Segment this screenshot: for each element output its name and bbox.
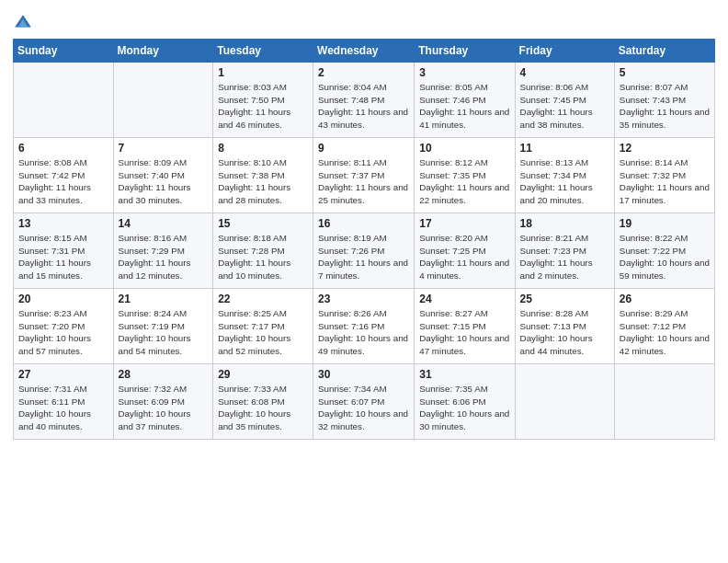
day-cell: 18Sunrise: 8:21 AM Sunset: 7:23 PM Dayli… bbox=[515, 213, 614, 289]
day-cell: 22Sunrise: 8:25 AM Sunset: 7:17 PM Dayli… bbox=[213, 289, 313, 364]
day-info: Sunrise: 8:27 AM Sunset: 7:15 PM Dayligh… bbox=[419, 307, 509, 358]
week-row-3: 13Sunrise: 8:15 AM Sunset: 7:31 PM Dayli… bbox=[14, 213, 715, 289]
day-info: Sunrise: 7:32 AM Sunset: 6:09 PM Dayligh… bbox=[119, 383, 209, 433]
day-cell: 13Sunrise: 8:15 AM Sunset: 7:31 PM Dayli… bbox=[14, 213, 114, 289]
day-number: 27 bbox=[18, 368, 108, 381]
day-cell: 25Sunrise: 8:28 AM Sunset: 7:13 PM Dayli… bbox=[515, 289, 614, 364]
week-row-1: 1Sunrise: 8:03 AM Sunset: 7:50 PM Daylig… bbox=[14, 63, 715, 138]
day-info: Sunrise: 8:07 AM Sunset: 7:43 PM Dayligh… bbox=[620, 81, 710, 132]
day-number: 30 bbox=[318, 368, 409, 381]
day-info: Sunrise: 7:33 AM Sunset: 6:08 PM Dayligh… bbox=[218, 383, 308, 433]
day-number: 25 bbox=[520, 293, 609, 305]
day-info: Sunrise: 8:26 AM Sunset: 7:16 PM Dayligh… bbox=[318, 307, 409, 358]
header-day-friday: Friday bbox=[515, 40, 614, 63]
day-info: Sunrise: 7:34 AM Sunset: 6:07 PM Dayligh… bbox=[318, 383, 409, 433]
day-number: 1 bbox=[218, 66, 308, 79]
header-day-tuesday: Tuesday bbox=[213, 40, 313, 63]
day-info: Sunrise: 8:22 AM Sunset: 7:22 PM Dayligh… bbox=[620, 232, 710, 282]
day-cell: 3Sunrise: 8:05 AM Sunset: 7:46 PM Daylig… bbox=[415, 63, 515, 138]
day-number: 6 bbox=[18, 142, 108, 155]
day-cell: 28Sunrise: 7:32 AM Sunset: 6:09 PM Dayli… bbox=[113, 364, 213, 440]
day-number: 8 bbox=[218, 142, 308, 155]
day-info: Sunrise: 7:35 AM Sunset: 6:06 PM Dayligh… bbox=[419, 383, 509, 433]
day-number: 5 bbox=[620, 66, 710, 79]
header bbox=[13, 9, 715, 33]
day-cell: 19Sunrise: 8:22 AM Sunset: 7:22 PM Dayli… bbox=[614, 213, 714, 289]
day-cell bbox=[515, 364, 614, 440]
day-number: 11 bbox=[520, 142, 609, 155]
day-cell: 30Sunrise: 7:34 AM Sunset: 6:07 PM Dayli… bbox=[313, 364, 415, 440]
day-number: 31 bbox=[419, 368, 509, 381]
day-number: 2 bbox=[318, 66, 409, 79]
day-number: 7 bbox=[119, 142, 209, 155]
day-number: 10 bbox=[419, 142, 509, 155]
day-cell: 11Sunrise: 8:13 AM Sunset: 7:34 PM Dayli… bbox=[515, 138, 614, 213]
day-cell: 27Sunrise: 7:31 AM Sunset: 6:11 PM Dayli… bbox=[14, 364, 114, 440]
day-info: Sunrise: 7:31 AM Sunset: 6:11 PM Dayligh… bbox=[18, 383, 108, 433]
header-day-sunday: Sunday bbox=[14, 40, 114, 63]
day-info: Sunrise: 8:20 AM Sunset: 7:25 PM Dayligh… bbox=[419, 232, 509, 282]
day-number: 15 bbox=[218, 217, 308, 230]
day-info: Sunrise: 8:12 AM Sunset: 7:35 PM Dayligh… bbox=[419, 156, 509, 207]
day-cell: 4Sunrise: 8:06 AM Sunset: 7:45 PM Daylig… bbox=[515, 63, 614, 138]
header-day-saturday: Saturday bbox=[614, 40, 714, 63]
day-info: Sunrise: 8:06 AM Sunset: 7:45 PM Dayligh… bbox=[520, 81, 609, 132]
day-cell: 16Sunrise: 8:19 AM Sunset: 7:26 PM Dayli… bbox=[313, 213, 415, 289]
day-info: Sunrise: 8:04 AM Sunset: 7:48 PM Dayligh… bbox=[318, 81, 409, 132]
day-number: 19 bbox=[620, 217, 710, 230]
day-info: Sunrise: 8:05 AM Sunset: 7:46 PM Dayligh… bbox=[419, 81, 509, 132]
day-info: Sunrise: 8:18 AM Sunset: 7:28 PM Dayligh… bbox=[218, 232, 308, 282]
day-cell: 26Sunrise: 8:29 AM Sunset: 7:12 PM Dayli… bbox=[614, 289, 714, 364]
header-day-wednesday: Wednesday bbox=[313, 40, 415, 63]
header-day-thursday: Thursday bbox=[415, 40, 515, 63]
day-cell: 2Sunrise: 8:04 AM Sunset: 7:48 PM Daylig… bbox=[313, 63, 415, 138]
day-info: Sunrise: 8:29 AM Sunset: 7:12 PM Dayligh… bbox=[620, 307, 710, 358]
day-info: Sunrise: 8:08 AM Sunset: 7:42 PM Dayligh… bbox=[18, 156, 108, 207]
day-cell: 17Sunrise: 8:20 AM Sunset: 7:25 PM Dayli… bbox=[415, 213, 515, 289]
day-number: 22 bbox=[218, 293, 308, 305]
day-number: 18 bbox=[520, 217, 609, 230]
day-info: Sunrise: 8:16 AM Sunset: 7:29 PM Dayligh… bbox=[119, 232, 209, 282]
day-number: 16 bbox=[318, 217, 409, 230]
logo-icon bbox=[13, 13, 33, 33]
day-number: 26 bbox=[620, 293, 710, 305]
day-cell bbox=[614, 364, 714, 440]
day-cell: 8Sunrise: 8:10 AM Sunset: 7:38 PM Daylig… bbox=[213, 138, 313, 213]
day-cell: 7Sunrise: 8:09 AM Sunset: 7:40 PM Daylig… bbox=[113, 138, 213, 213]
day-info: Sunrise: 8:14 AM Sunset: 7:32 PM Dayligh… bbox=[620, 156, 710, 207]
week-row-2: 6Sunrise: 8:08 AM Sunset: 7:42 PM Daylig… bbox=[14, 138, 715, 213]
day-info: Sunrise: 8:11 AM Sunset: 7:37 PM Dayligh… bbox=[318, 156, 409, 207]
day-info: Sunrise: 8:19 AM Sunset: 7:26 PM Dayligh… bbox=[318, 232, 409, 282]
day-cell: 1Sunrise: 8:03 AM Sunset: 7:50 PM Daylig… bbox=[213, 63, 313, 138]
header-row: SundayMondayTuesdayWednesdayThursdayFrid… bbox=[14, 40, 715, 63]
day-cell: 15Sunrise: 8:18 AM Sunset: 7:28 PM Dayli… bbox=[213, 213, 313, 289]
day-info: Sunrise: 8:03 AM Sunset: 7:50 PM Dayligh… bbox=[218, 81, 308, 132]
day-number: 14 bbox=[119, 217, 209, 230]
day-number: 4 bbox=[520, 66, 609, 79]
day-cell: 31Sunrise: 7:35 AM Sunset: 6:06 PM Dayli… bbox=[415, 364, 515, 440]
calendar-table: SundayMondayTuesdayWednesdayThursdayFrid… bbox=[13, 39, 715, 440]
day-info: Sunrise: 8:28 AM Sunset: 7:13 PM Dayligh… bbox=[520, 307, 609, 358]
day-cell: 21Sunrise: 8:24 AM Sunset: 7:19 PM Dayli… bbox=[113, 289, 213, 364]
logo bbox=[13, 13, 37, 33]
day-number: 29 bbox=[218, 368, 308, 381]
day-cell: 9Sunrise: 8:11 AM Sunset: 7:37 PM Daylig… bbox=[313, 138, 415, 213]
day-info: Sunrise: 8:15 AM Sunset: 7:31 PM Dayligh… bbox=[18, 232, 108, 282]
header-day-monday: Monday bbox=[113, 40, 213, 63]
day-cell: 6Sunrise: 8:08 AM Sunset: 7:42 PM Daylig… bbox=[14, 138, 114, 213]
day-cell: 5Sunrise: 8:07 AM Sunset: 7:43 PM Daylig… bbox=[614, 63, 714, 138]
week-row-5: 27Sunrise: 7:31 AM Sunset: 6:11 PM Dayli… bbox=[14, 364, 715, 440]
day-cell: 12Sunrise: 8:14 AM Sunset: 7:32 PM Dayli… bbox=[614, 138, 714, 213]
day-cell: 24Sunrise: 8:27 AM Sunset: 7:15 PM Dayli… bbox=[415, 289, 515, 364]
day-number: 28 bbox=[119, 368, 209, 381]
day-info: Sunrise: 8:25 AM Sunset: 7:17 PM Dayligh… bbox=[218, 307, 308, 358]
day-number: 20 bbox=[18, 293, 108, 305]
day-number: 9 bbox=[318, 142, 409, 155]
day-number: 24 bbox=[419, 293, 509, 305]
day-cell: 23Sunrise: 8:26 AM Sunset: 7:16 PM Dayli… bbox=[313, 289, 415, 364]
day-cell: 29Sunrise: 7:33 AM Sunset: 6:08 PM Dayli… bbox=[213, 364, 313, 440]
day-info: Sunrise: 8:13 AM Sunset: 7:34 PM Dayligh… bbox=[520, 156, 609, 207]
day-info: Sunrise: 8:10 AM Sunset: 7:38 PM Dayligh… bbox=[218, 156, 308, 207]
day-info: Sunrise: 8:21 AM Sunset: 7:23 PM Dayligh… bbox=[520, 232, 609, 282]
day-number: 13 bbox=[18, 217, 108, 230]
